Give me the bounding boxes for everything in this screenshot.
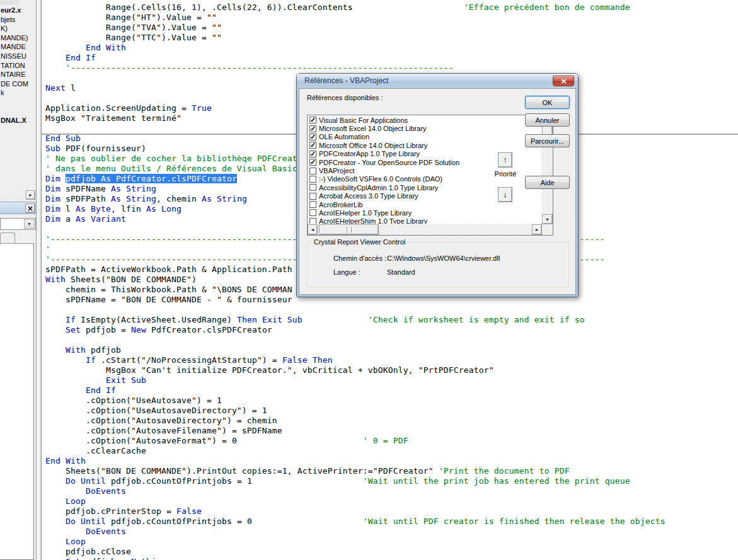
toolbar-grip[interactable] bbox=[0, 0, 19, 4]
properties-tab[interactable] bbox=[0, 232, 15, 243]
reference-item[interactable]: AcroIEHelperShim 1.0 Type Library bbox=[308, 217, 541, 224]
scroll-right-icon[interactable]: ► bbox=[26, 190, 35, 200]
checkbox-checked-icon[interactable]: ✓ bbox=[309, 117, 316, 123]
checkbox-checked-icon[interactable]: ✓ bbox=[309, 159, 316, 166]
reference-label: VBAProject bbox=[319, 167, 354, 174]
code-line: End If bbox=[45, 53, 666, 63]
reference-label: AcroIEHelper 1.0 Type Library bbox=[319, 209, 412, 217]
properties-object-dropdown[interactable]: ▼ bbox=[0, 218, 36, 230]
reference-item[interactable]: ✓Microsoft Office 14.0 Object Library bbox=[308, 141, 541, 149]
priority-down-button[interactable]: ↓ bbox=[498, 187, 512, 202]
browse-button[interactable]: Parcourir... bbox=[525, 134, 570, 147]
properties-window-titlebar[interactable] bbox=[0, 202, 36, 214]
code-line: With pdfjob bbox=[45, 345, 666, 355]
dialog-titlebar[interactable]: Références - VBAProject bbox=[297, 74, 578, 88]
checkbox-checked-icon[interactable]: ✓ bbox=[309, 142, 316, 149]
priority-label: Priorité bbox=[486, 170, 525, 178]
project-tree-item[interactable]: NTAIRE bbox=[1, 70, 36, 79]
code-line: Exit Sub bbox=[45, 375, 666, 386]
priority-up-button[interactable]: ↑ bbox=[498, 152, 512, 168]
cancel-button[interactable]: Annuler bbox=[525, 113, 570, 127]
checkbox-unchecked-icon[interactable] bbox=[309, 176, 316, 183]
arrow-down-icon: ↓ bbox=[503, 190, 507, 199]
available-references-label: Références disponibles : bbox=[307, 94, 383, 101]
checkbox-unchecked-icon[interactable] bbox=[309, 201, 316, 208]
checkbox-unchecked-icon[interactable] bbox=[309, 168, 316, 174]
project-tree-item[interactable]: MANDE) bbox=[1, 33, 36, 43]
reference-item[interactable]: ✓Visual Basic For Applications bbox=[308, 116, 541, 124]
code-line: '---------------------------------------… bbox=[45, 63, 666, 73]
references-dialog: Références - VBAProject Références dispo… bbox=[296, 73, 579, 297]
scroll-left-icon[interactable]: ◄ bbox=[308, 224, 318, 235]
reference-label: AcroIEHelperShim 1.0 Type Library bbox=[319, 217, 427, 224]
chevron-down-icon[interactable]: ▼ bbox=[24, 219, 35, 229]
code-line: If .cStart("/NoProcessingAtStartup") = F… bbox=[45, 355, 666, 365]
project-tree-item[interactable]: DNAL.X bbox=[1, 116, 36, 125]
project-tree-item[interactable]: k bbox=[1, 88, 36, 98]
code-line: .cOption("AutosaveDirectory") = chemin bbox=[45, 416, 666, 426]
code-line: Loop bbox=[45, 537, 666, 547]
reference-item[interactable]: ✓OLE Automation bbox=[308, 133, 541, 141]
reference-item[interactable]: ✓Microsoft Excel 14.0 Object Library bbox=[308, 124, 541, 132]
path-value: C:\Windows\SysWOW64\crviewer.dll bbox=[387, 254, 500, 262]
properties-close-button[interactable] bbox=[25, 203, 35, 213]
code-line bbox=[45, 305, 666, 315]
panel-splitter[interactable] bbox=[36, 0, 42, 560]
code-line: .cOption("AutosaveFormat") = 0 ' 0 = PDF bbox=[45, 436, 666, 446]
reference-label: Acrobat Access 3.0 Type Library bbox=[319, 192, 418, 200]
language-label: Langue : bbox=[333, 268, 360, 276]
code-line: .cOption("UseAutosaveDirectory") = 1 bbox=[45, 406, 666, 416]
dialog-title: Références - VBAProject bbox=[304, 76, 388, 85]
reference-label: AccessibilityCplAdmin 1.0 Type Library bbox=[319, 184, 438, 191]
scroll-right-icon[interactable]: ► bbox=[532, 224, 542, 235]
project-tree-item[interactable]: TATION bbox=[1, 61, 36, 71]
reference-label: :-) VideoSoft VSFlex 6.0 Controls (DAO) bbox=[319, 175, 442, 183]
code-line: .cOption("AutosaveFilename") = sPDFName bbox=[45, 426, 666, 436]
horizontal-scrollbar[interactable]: ◄ ► bbox=[308, 224, 542, 235]
checkbox-unchecked-icon[interactable] bbox=[309, 218, 316, 224]
dialog-close-button[interactable] bbox=[553, 76, 574, 86]
code-line: Set pdfjob = Nothing bbox=[45, 557, 666, 560]
close-icon bbox=[28, 206, 33, 211]
reference-label: Microsoft Office 14.0 Object Library bbox=[319, 142, 427, 149]
reference-label: AcroBrokerLib bbox=[319, 201, 363, 209]
code-line: DoEvents bbox=[45, 486, 666, 496]
checkbox-unchecked-icon[interactable] bbox=[309, 184, 316, 191]
project-explorer-panel: eur2.xbjetsK)MANDE)MANDENISSEUTATIONNTAI… bbox=[0, 0, 36, 560]
reference-label: OLE Automation bbox=[319, 133, 369, 140]
project-tree-item[interactable]: NISSEU bbox=[1, 52, 36, 61]
code-line: Set pdfjob = New PdfCreator.clsPDFCreato… bbox=[45, 325, 666, 335]
project-tree-item[interactable]: bjets bbox=[1, 15, 36, 25]
code-line: If IsEmpty(ActiveSheet.UsedRange) Then E… bbox=[45, 315, 666, 325]
project-tree-item[interactable]: eur2.x bbox=[1, 6, 36, 15]
code-line: End If bbox=[45, 386, 666, 396]
code-line: pdfjob.cPrinterStop = False bbox=[45, 506, 666, 517]
project-tree-item[interactable]: MANDE bbox=[1, 42, 36, 52]
checkbox-checked-icon[interactable]: ✓ bbox=[309, 134, 316, 140]
checkbox-checked-icon[interactable]: ✓ bbox=[309, 125, 316, 132]
reference-item[interactable]: AcroIEHelper 1.0 Type Library bbox=[308, 209, 541, 217]
project-tree-item[interactable]: K) bbox=[1, 24, 36, 33]
language-value: Standard bbox=[387, 268, 415, 276]
properties-grid-panel[interactable] bbox=[0, 243, 34, 560]
ok-button[interactable]: OK bbox=[525, 96, 570, 109]
project-tree-item bbox=[1, 107, 36, 117]
code-line: Range(.Cells(16, 1), .Cells(22, 6)).Clea… bbox=[45, 3, 666, 13]
checkbox-unchecked-icon[interactable] bbox=[309, 209, 316, 216]
project-tree-item[interactable]: DE COM bbox=[1, 79, 36, 89]
code-line: Sheets("BON DE COMMANDE").PrintOut copie… bbox=[45, 466, 666, 476]
code-line: Loop bbox=[45, 496, 666, 506]
scroll-down-icon[interactable]: ▼ bbox=[542, 214, 553, 224]
project-tree[interactable]: eur2.xbjetsK)MANDE)MANDENISSEUTATIONNTAI… bbox=[1, 6, 36, 125]
project-tree-hscrollbar[interactable]: ► bbox=[0, 190, 36, 200]
project-tree-item bbox=[1, 98, 36, 107]
selected-reference-info-group: Crystal Report Viewer Control Chemin d'a… bbox=[307, 242, 569, 287]
help-button[interactable]: Aide bbox=[525, 176, 570, 189]
checkbox-checked-icon[interactable]: ✓ bbox=[309, 151, 316, 157]
vba-editor-window: eur2.xbjetsK)MANDE)MANDENISSEUTATIONNTAI… bbox=[0, 0, 738, 560]
code-line: MsgBox "Can't initialize PDFCreator.", v… bbox=[45, 365, 666, 375]
checkbox-unchecked-icon[interactable] bbox=[309, 193, 316, 200]
horizontal-scroll-thumb[interactable] bbox=[319, 224, 379, 235]
close-icon bbox=[561, 79, 567, 84]
vertical-scrollbar[interactable]: ▲ ▼ bbox=[542, 115, 553, 224]
